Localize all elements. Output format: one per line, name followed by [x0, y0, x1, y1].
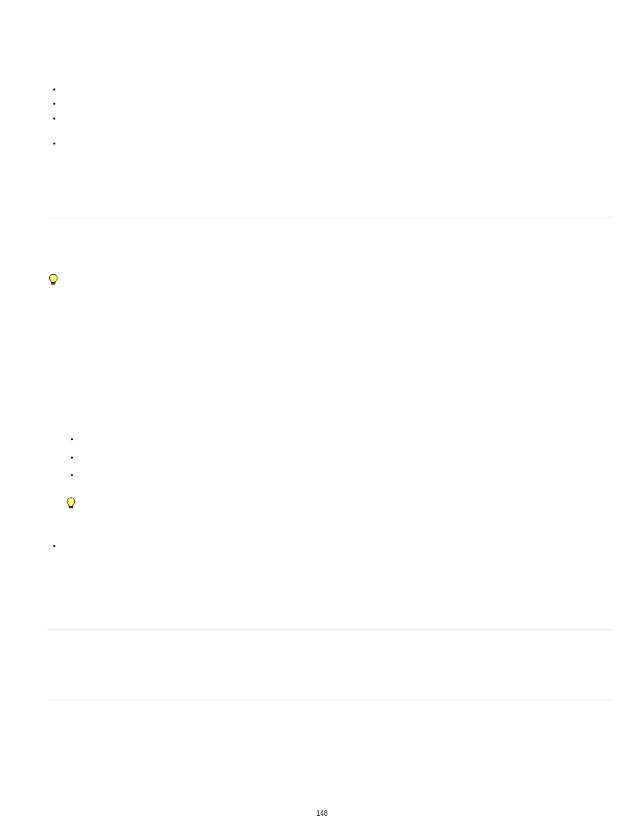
list-bullet: [53, 142, 55, 145]
divider: [47, 629, 614, 630]
list-bullet: [53, 118, 55, 120]
list-bullet: [71, 457, 73, 459]
list-bullet: [53, 545, 55, 547]
list-bullet: [53, 88, 55, 90]
list-bullet: [71, 474, 73, 476]
list-bullet: [71, 438, 73, 440]
document-page: [47, 0, 614, 834]
divider: [47, 700, 614, 700]
divider: [47, 217, 614, 217]
page-number: 148: [0, 810, 644, 817]
list-bullet: [53, 103, 55, 105]
lightbulb-icon: [49, 273, 58, 286]
lightbulb-icon: [66, 497, 76, 509]
